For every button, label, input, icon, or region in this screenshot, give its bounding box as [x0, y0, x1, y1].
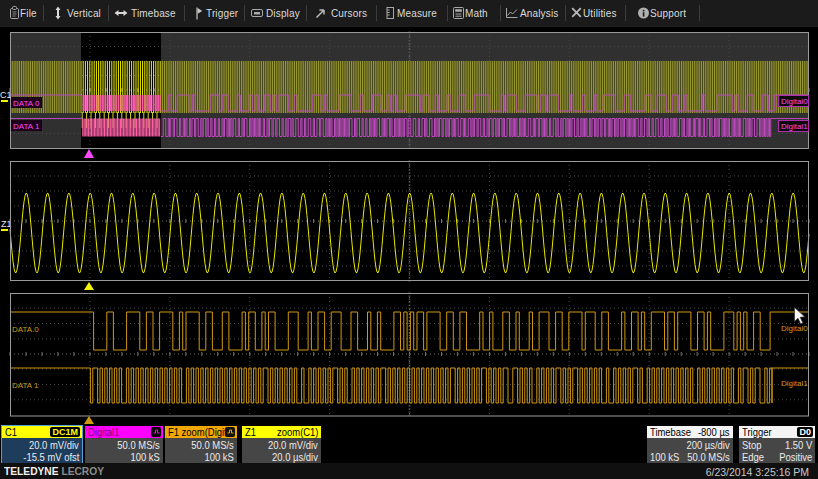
- svg-text:Digital1: Digital1: [781, 122, 808, 131]
- svg-text:DATA 0: DATA 0: [13, 99, 40, 108]
- svg-text:C1: C1: [0, 90, 12, 100]
- svg-text:Digital1: Digital1: [781, 379, 808, 388]
- svg-text:DATA 1: DATA 1: [13, 122, 40, 131]
- svg-text:Digital0: Digital0: [781, 97, 808, 106]
- svg-text:DATA 1: DATA 1: [12, 381, 39, 390]
- svg-text:Z1: Z1: [1, 219, 12, 229]
- svg-text:DATA.0: DATA.0: [12, 325, 39, 334]
- svg-text:Digital0: Digital0: [781, 324, 808, 333]
